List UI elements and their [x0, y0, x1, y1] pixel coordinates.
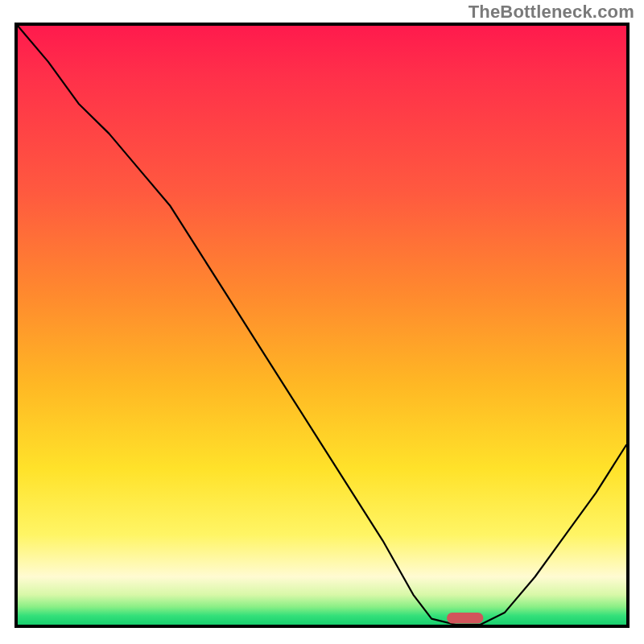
optimal-point-marker: [447, 613, 483, 623]
watermark-text: TheBottleneck.com: [469, 2, 634, 23]
chart-stage: TheBottleneck.com: [0, 0, 644, 644]
plot-svg: [18, 26, 626, 625]
plot-area: [14, 23, 630, 628]
bottleneck-curve: [18, 26, 626, 625]
